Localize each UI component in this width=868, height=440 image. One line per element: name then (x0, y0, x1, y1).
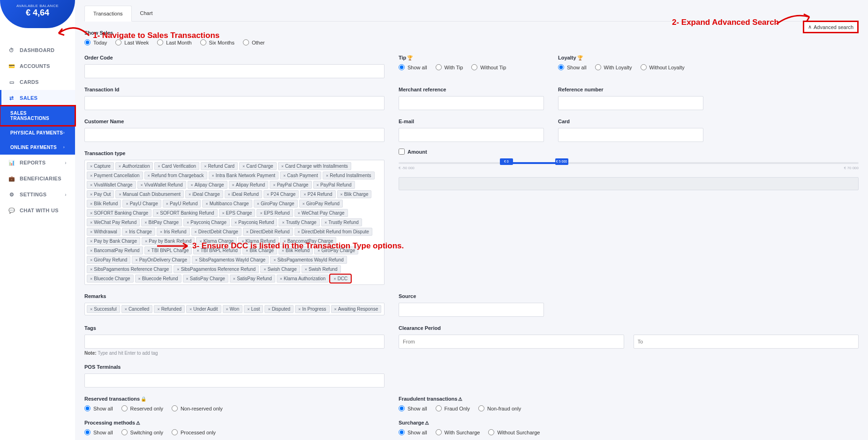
filter-tag[interactable]: ×VivaWallet Charge (87, 181, 136, 189)
customer-name-input[interactable] (84, 128, 385, 142)
remove-tag-icon[interactable]: × (90, 307, 92, 312)
transaction-id-input[interactable] (84, 96, 385, 110)
fraud-radio[interactable] (478, 405, 484, 411)
tab-chart[interactable]: Chart (132, 6, 161, 21)
loyalty-option[interactable]: Without Loyalty (641, 64, 685, 70)
filter-tag[interactable]: ×Refund from Chargeback (144, 172, 207, 179)
remove-tag-icon[interactable]: × (326, 173, 328, 178)
fraud-option[interactable]: Show all (399, 405, 427, 411)
remove-tag-icon[interactable]: × (199, 239, 202, 244)
remove-tag-icon[interactable]: × (125, 230, 128, 234)
remove-tag-icon[interactable]: × (234, 220, 237, 225)
reserved-option[interactable]: Show all (84, 405, 113, 411)
filter-tag[interactable]: ×Bluecode Refund (135, 275, 181, 283)
filter-tag[interactable]: ×Swish Refund (302, 265, 341, 273)
filter-tag[interactable]: ×Alipay Refund (229, 181, 269, 189)
remove-tag-icon[interactable]: × (283, 173, 286, 178)
remove-tag-icon[interactable]: × (317, 183, 319, 187)
remove-tag-icon[interactable]: × (90, 183, 92, 187)
remove-tag-icon[interactable]: × (273, 183, 275, 187)
filter-tag[interactable]: ×Swish Charge (260, 265, 300, 273)
remove-tag-icon[interactable]: × (246, 230, 249, 234)
processing-radio[interactable] (84, 429, 91, 435)
remove-tag-icon[interactable]: × (189, 192, 191, 197)
reserved-radio[interactable] (121, 405, 128, 411)
remove-tag-icon[interactable]: × (156, 211, 159, 216)
filter-tag[interactable]: ×PayPal Refund (313, 181, 355, 189)
filter-tag[interactable]: ×Payconiq Charge (183, 218, 230, 226)
remove-tag-icon[interactable]: × (247, 307, 249, 312)
filter-tag[interactable]: ×SibsPagamentos WayId Refund (270, 256, 347, 264)
nav-reports[interactable]: 📊REPORTS› (0, 155, 75, 171)
transaction-type-tags[interactable]: ×Capture×Authorization×Card Verification… (84, 160, 385, 285)
filter-tag[interactable]: ×Klarna Refund (238, 237, 279, 245)
remove-tag-icon[interactable]: × (333, 276, 336, 281)
remove-tag-icon[interactable]: × (212, 173, 214, 178)
filter-tag[interactable]: ×Cash Payment (280, 172, 321, 179)
filter-tag[interactable]: ×EPS Refund (257, 209, 293, 217)
merchant-ref-input[interactable] (399, 96, 544, 110)
filter-tag[interactable]: ×SibsPagamentos Reference Refund (174, 265, 259, 273)
slider-handle-max[interactable]: € 5 000 (555, 158, 568, 165)
filter-tag[interactable]: ×Blik Charge (337, 190, 372, 198)
remove-tag-icon[interactable]: × (166, 201, 168, 206)
filter-tag[interactable]: ×PayU Charge (122, 200, 161, 208)
filter-tag[interactable]: ×In Progress (295, 305, 329, 313)
filter-tag[interactable]: ×Pay by Bank Refund (142, 237, 195, 245)
filter-tag[interactable]: ×PayU Refund (163, 200, 201, 208)
amount-slider[interactable]: € 0 € 5 000 € -50 000 € 70 000 (399, 157, 859, 171)
remove-tag-icon[interactable]: × (125, 307, 127, 312)
filter-tag[interactable]: ×Bluecode Charge (87, 275, 134, 283)
filter-tag[interactable]: ×Iris Charge (122, 228, 155, 236)
show-sales-option[interactable]: Other (243, 39, 265, 45)
surcharge-option[interactable]: Show all (399, 429, 427, 435)
remove-tag-icon[interactable]: × (90, 239, 92, 244)
remove-tag-icon[interactable]: × (260, 211, 262, 216)
remove-tag-icon[interactable]: × (298, 230, 300, 234)
remove-tag-icon[interactable]: × (90, 267, 92, 272)
remove-tag-icon[interactable]: × (325, 220, 327, 225)
remove-tag-icon[interactable]: × (281, 164, 284, 169)
filter-tag[interactable]: ×Payment Cancellation (87, 172, 143, 179)
remove-tag-icon[interactable]: × (138, 276, 141, 281)
show-sales-radio[interactable] (157, 39, 163, 45)
remove-tag-icon[interactable]: × (204, 164, 206, 169)
show-sales-radio[interactable] (84, 39, 91, 45)
remove-tag-icon[interactable]: × (226, 307, 228, 312)
advanced-search-toggle[interactable]: ∧ Advanced search (803, 21, 859, 33)
filter-tag[interactable]: ×Cancelled (121, 305, 153, 313)
remove-tag-icon[interactable]: × (242, 239, 244, 244)
filter-tag[interactable]: ×PayOnDelivery Charge (132, 256, 190, 264)
remove-tag-icon[interactable]: × (145, 239, 147, 244)
filter-tag[interactable]: ×WeChat Pay Charge (294, 209, 348, 217)
filter-tag[interactable]: ×Alipay Charge (188, 181, 227, 189)
filter-tag[interactable]: ×DirectDebit Refund (243, 228, 293, 236)
tip-option[interactable]: Show all (399, 64, 427, 70)
remove-tag-icon[interactable]: × (90, 276, 92, 281)
filter-tag[interactable]: ×Manual Cash Disbursement (115, 190, 184, 198)
subnav-physical-payments[interactable]: PHYSICAL PAYMENTS› (0, 126, 75, 140)
filter-tag[interactable]: ×EPS Charge (219, 209, 256, 217)
filter-tag[interactable]: ×Blik Refund (279, 246, 313, 254)
remove-tag-icon[interactable]: × (298, 211, 300, 216)
filter-tag[interactable]: ×Blik Refund (87, 200, 121, 208)
remove-tag-icon[interactable]: × (233, 276, 235, 281)
remove-tag-icon[interactable]: × (119, 164, 121, 169)
remove-tag-icon[interactable]: × (90, 201, 92, 206)
remove-tag-icon[interactable]: × (189, 307, 192, 312)
reserved-option[interactable]: Non-reserved only (172, 405, 223, 411)
surcharge-radio[interactable] (399, 429, 405, 435)
filter-tag[interactable]: ×Under Audit (186, 305, 221, 313)
filter-tag[interactable]: ×Trustly Charge (279, 218, 319, 226)
surcharge-radio[interactable] (488, 429, 494, 435)
processing-option[interactable]: Show all (84, 429, 113, 435)
surcharge-radio[interactable] (436, 429, 442, 435)
filter-tag[interactable]: ×GiroPay Refund (87, 256, 130, 264)
remove-tag-icon[interactable]: × (232, 183, 234, 187)
remove-tag-icon[interactable]: × (305, 267, 307, 272)
remove-tag-icon[interactable]: × (196, 248, 199, 253)
filter-tag[interactable]: ×TBI BNPL Charge (144, 246, 192, 254)
reserved-radio[interactable] (172, 405, 178, 411)
remove-tag-icon[interactable]: × (222, 211, 225, 216)
remove-tag-icon[interactable]: × (302, 201, 305, 206)
